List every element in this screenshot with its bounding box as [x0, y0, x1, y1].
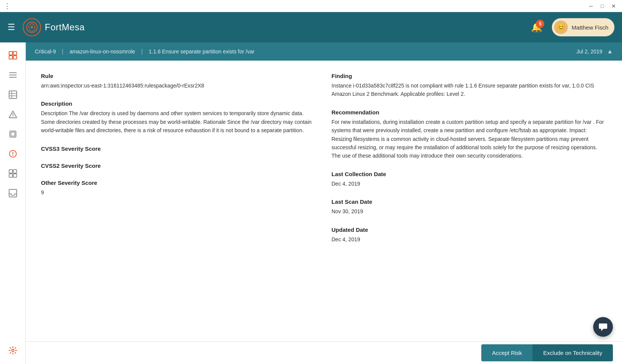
- chat-bubble[interactable]: [593, 317, 613, 337]
- hamburger-icon[interactable]: ☰: [8, 22, 15, 32]
- svg-rect-24: [13, 174, 17, 177]
- titlebar-menu-icon[interactable]: ⋮: [4, 2, 11, 10]
- svg-rect-17: [11, 132, 15, 136]
- description-label: Description: [41, 100, 316, 107]
- updated-label: Updated Date: [331, 227, 607, 233]
- cvss2-section: CVSS2 Severity Score: [41, 162, 316, 169]
- logo: FortMesa: [23, 18, 85, 36]
- left-column: Rule arn:aws:inspector:us-east-1:3161124…: [41, 73, 316, 254]
- last-collection-label: Last Collection Date: [331, 171, 607, 177]
- other-severity-label: Other Severity Score: [41, 180, 316, 186]
- sidebar-item-warning[interactable]: [4, 145, 22, 163]
- cvss2-label: CVSS2 Severity Score: [41, 162, 316, 169]
- sidebar: [0, 42, 26, 364]
- finding-section: Finding Instance i-01d33a583c7c8f225 is …: [331, 73, 607, 98]
- sidebar-item-layers[interactable]: [4, 125, 22, 143]
- breadcrumb-rule: 1.1.6 Ensure separate partition exists f…: [143, 48, 261, 55]
- finding-label: Finding: [331, 73, 607, 79]
- navbar: ☰ FortMesa 🔔 5 😊 Matthew Fisch: [0, 12, 622, 42]
- minimize-button[interactable]: ─: [586, 1, 596, 11]
- svg-rect-23: [9, 174, 13, 177]
- updated-value: Dec 4, 2019: [331, 235, 607, 244]
- svg-point-26: [12, 349, 14, 352]
- accept-risk-button[interactable]: Accept Risk: [481, 344, 532, 361]
- maximize-button[interactable]: □: [597, 1, 608, 11]
- svg-rect-3: [13, 52, 17, 55]
- navbar-right: 🔔 5 😊 Matthew Fisch: [529, 18, 614, 36]
- description-section: Description Description The /var directo…: [41, 100, 316, 134]
- sidebar-item-dashboard[interactable]: [4, 46, 22, 64]
- footer-bar: Accept Risk Exclude on Technicality: [26, 341, 622, 364]
- breadcrumb-severity: Critical-9: [35, 48, 62, 55]
- recommendation-section: Recommendation For new installations, du…: [331, 109, 607, 160]
- other-severity-section: Other Severity Score 9: [41, 180, 316, 197]
- svg-point-15: [13, 116, 13, 117]
- svg-rect-2: [9, 52, 13, 55]
- cvss3-label: CVSS3 Severity Score: [41, 145, 316, 152]
- logo-text: FortMesa: [45, 22, 85, 33]
- sidebar-item-grid[interactable]: [4, 164, 22, 183]
- notification-badge: 5: [536, 20, 544, 28]
- breadcrumb-bar: Critical-9 | amazon-linux-on-nossmrole |…: [26, 42, 622, 61]
- last-scan-value: Nov 30, 2019: [331, 207, 607, 216]
- exclude-technicality-button[interactable]: Exclude on Technicality: [532, 344, 613, 361]
- svg-rect-5: [13, 56, 17, 59]
- last-scan-section: Last Scan Date Nov 30, 2019: [331, 198, 607, 216]
- svg-rect-25: [9, 189, 17, 197]
- svg-rect-9: [9, 91, 17, 98]
- avatar: 😊: [554, 20, 568, 34]
- last-collection-section: Last Collection Date Dec 4, 2019: [331, 171, 607, 188]
- sidebar-item-list[interactable]: [4, 66, 22, 84]
- sidebar-item-alerts[interactable]: [4, 105, 22, 123]
- svg-rect-21: [9, 170, 13, 173]
- sidebar-item-settings[interactable]: [4, 341, 22, 359]
- rule-value: arn:aws:inspector:us-east-1:316112463485…: [41, 81, 316, 90]
- svg-rect-22: [13, 170, 17, 173]
- rule-section: Rule arn:aws:inspector:us-east-1:3161124…: [41, 73, 316, 90]
- titlebar: ⋮ ─ □ ✕: [0, 0, 622, 12]
- main-content: Rule arn:aws:inspector:us-east-1:3161124…: [26, 61, 622, 341]
- last-collection-value: Dec 4, 2019: [331, 180, 607, 188]
- finding-value: Instance i-01d33a583c7c8f225 is not comp…: [331, 81, 607, 98]
- logo-icon: [23, 18, 41, 36]
- titlebar-controls: ─ □ ✕: [586, 1, 619, 11]
- user-pill[interactable]: 😊 Matthew Fisch: [552, 18, 614, 36]
- sidebar-item-table[interactable]: [4, 86, 22, 104]
- cvss3-section: CVSS3 Severity Score: [41, 145, 316, 152]
- recommendation-label: Recommendation: [331, 109, 607, 116]
- svg-point-1: [31, 26, 33, 28]
- last-scan-label: Last Scan Date: [331, 198, 607, 205]
- updated-section: Updated Date Dec 4, 2019: [331, 227, 607, 244]
- notification-button[interactable]: 🔔 5: [529, 20, 544, 35]
- content-grid: Rule arn:aws:inspector:us-east-1:3161124…: [41, 73, 607, 254]
- svg-rect-4: [9, 56, 13, 59]
- description-value: Description The /var directory is used b…: [41, 109, 316, 134]
- close-button[interactable]: ✕: [608, 1, 619, 11]
- breadcrumb-date: Jul 2, 2019: [576, 48, 603, 55]
- rule-label: Rule: [41, 73, 316, 79]
- breadcrumb-expand-icon[interactable]: ▲: [607, 48, 613, 55]
- recommendation-value: For new installations, during installati…: [331, 118, 607, 160]
- other-severity-value: 9: [41, 188, 316, 197]
- breadcrumb-target: amazon-linux-on-nossmrole: [63, 48, 141, 55]
- svg-point-20: [12, 155, 13, 156]
- sidebar-item-inbox[interactable]: [4, 184, 22, 202]
- right-column: Finding Instance i-01d33a583c7c8f225 is …: [331, 73, 607, 254]
- user-name: Matthew Fisch: [572, 24, 608, 31]
